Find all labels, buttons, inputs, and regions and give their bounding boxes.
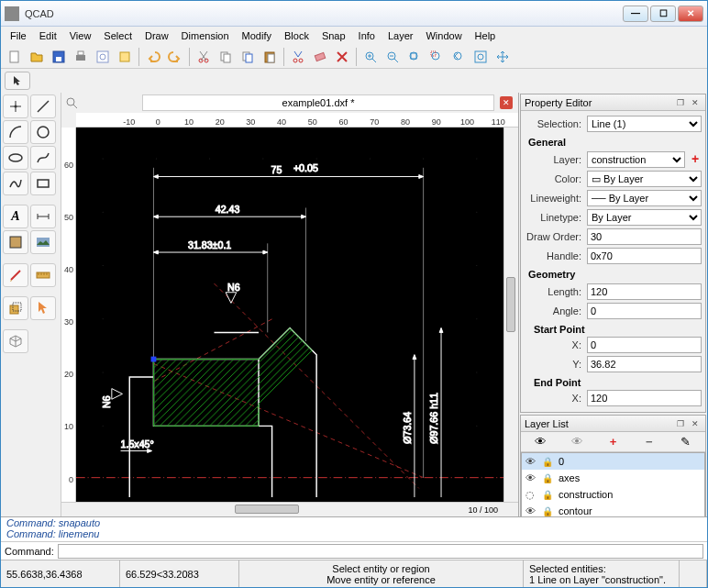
pan-icon[interactable] <box>492 47 513 67</box>
erase-icon[interactable] <box>310 47 330 67</box>
drawing-canvas[interactable]: 75+0.05 42.43 31.83±0.1 N6 N6 1.5x45° <box>76 128 503 502</box>
hatch-tool-icon[interactable] <box>3 230 28 254</box>
scrollbar-horizontal[interactable]: 10 / 100 <box>61 502 518 516</box>
tab-close-icon[interactable]: ✕ <box>500 96 513 109</box>
start-x-input[interactable] <box>587 337 702 353</box>
zoom-previous-icon[interactable] <box>448 47 469 67</box>
circle-tool-icon[interactable] <box>30 120 56 144</box>
document-tab[interactable]: example01.dxf * <box>142 94 494 111</box>
cut-ref-icon[interactable] <box>288 47 308 67</box>
open-file-icon[interactable] <box>27 47 47 67</box>
layer-item[interactable]: 👁🔒axes <box>522 470 704 486</box>
save-file-icon[interactable] <box>49 47 69 67</box>
paste-icon[interactable] <box>260 47 280 67</box>
lock-icon[interactable]: 🔒 <box>542 457 555 467</box>
pointer-tool-button[interactable] <box>5 72 30 90</box>
cut-icon[interactable] <box>194 47 214 67</box>
zoom-auto-icon[interactable] <box>404 47 425 67</box>
menu-help[interactable]: Help <box>470 28 502 43</box>
dimension-tool-icon[interactable] <box>30 205 56 228</box>
color-dropdown[interactable]: ▭ By Layer <box>587 171 702 187</box>
spline-tool-icon[interactable] <box>30 146 56 170</box>
visibility-icon[interactable]: ◌ <box>525 489 538 501</box>
panel-float-icon[interactable]: ❐ <box>674 417 687 430</box>
lineweight-dropdown[interactable]: ── By Layer <box>587 190 702 206</box>
delete-icon[interactable] <box>332 47 352 67</box>
svg-rect-11 <box>224 54 230 62</box>
menu-select[interactable]: Select <box>98 28 138 43</box>
handle-input[interactable] <box>587 248 702 264</box>
visibility-icon[interactable]: 👁 <box>525 456 538 467</box>
print-icon[interactable] <box>71 47 91 67</box>
layer-item[interactable]: ◌🔒construction <box>522 486 704 503</box>
copy-ref-icon[interactable] <box>238 47 258 67</box>
modify-tool-icon[interactable] <box>3 263 28 287</box>
line-tool-icon[interactable] <box>30 94 56 118</box>
layer-item[interactable]: 👁🔒contour <box>522 503 704 516</box>
block-tool-icon[interactable] <box>3 296 28 320</box>
visibility-icon[interactable]: 👁 <box>525 505 538 516</box>
menu-block[interactable]: Block <box>279 28 315 43</box>
measure-tool-icon[interactable] <box>30 263 56 287</box>
zoom-in-icon[interactable] <box>360 47 381 67</box>
isometric-tool-icon[interactable] <box>3 329 28 353</box>
maximize-button[interactable]: ☐ <box>650 6 676 22</box>
ellipse-tool-icon[interactable] <box>3 146 28 170</box>
edit-layer-icon[interactable]: ✎ <box>673 434 697 450</box>
remove-layer-button[interactable]: − <box>637 434 661 450</box>
menu-draw[interactable]: Draw <box>139 28 174 43</box>
polyline-tool-icon[interactable] <box>3 172 28 195</box>
linetype-dropdown[interactable]: By Layer <box>587 209 702 226</box>
redo-icon[interactable] <box>165 47 185 67</box>
lock-icon[interactable]: 🔒 <box>542 506 555 516</box>
angle-input[interactable] <box>587 303 702 319</box>
lock-icon[interactable]: 🔒 <box>542 490 555 500</box>
start-y-input[interactable] <box>587 356 702 372</box>
scrollbar-vertical[interactable] <box>503 128 518 502</box>
print-preview-icon[interactable] <box>93 47 113 67</box>
layer-item[interactable]: 👁🔒0 <box>522 453 704 470</box>
menu-dimension[interactable]: Dimension <box>176 28 235 43</box>
layer-dropdown[interactable]: construction <box>587 151 685 168</box>
menu-info[interactable]: Info <box>353 28 381 43</box>
add-layer-icon[interactable]: + <box>689 151 702 166</box>
menu-window[interactable]: Window <box>420 28 467 43</box>
text-tool-icon[interactable]: A <box>3 205 28 228</box>
close-button[interactable]: ✕ <box>678 6 703 22</box>
length-input[interactable] <box>587 283 702 300</box>
search-icon[interactable] <box>65 96 78 109</box>
hide-all-layers-icon[interactable]: 👁 <box>565 434 589 450</box>
zoom-window-icon[interactable] <box>470 47 491 67</box>
minimize-button[interactable]: — <box>623 6 648 22</box>
panel-close-icon[interactable]: ✕ <box>689 96 702 109</box>
menu-file[interactable]: File <box>5 28 32 43</box>
menu-layer[interactable]: Layer <box>382 28 419 43</box>
command-input[interactable] <box>58 544 703 559</box>
lock-icon[interactable]: 🔒 <box>542 473 555 483</box>
new-file-icon[interactable] <box>5 47 25 67</box>
copy-icon[interactable] <box>216 47 236 67</box>
layer-list[interactable]: 👁🔒0👁🔒axes◌🔒construction👁🔒contour👁🔒dim👁🔒h… <box>521 452 705 516</box>
draft-icon[interactable] <box>115 47 135 67</box>
zoom-out-icon[interactable] <box>382 47 403 67</box>
panel-float-icon[interactable]: ❐ <box>674 96 687 109</box>
selection-dropdown[interactable]: Line (1) <box>587 116 702 132</box>
end-x-input[interactable] <box>587 390 702 406</box>
draworder-input[interactable] <box>587 228 702 245</box>
zoom-selection-icon[interactable] <box>426 47 447 67</box>
select-tool-icon[interactable] <box>30 296 56 320</box>
undo-icon[interactable] <box>143 47 163 67</box>
svg-text:Ø97.66 h11: Ø97.66 h11 <box>428 393 439 444</box>
point-tool-icon[interactable] <box>3 94 28 118</box>
menu-snap[interactable]: Snap <box>316 28 351 43</box>
show-all-layers-icon[interactable]: 👁 <box>529 434 553 450</box>
menu-modify[interactable]: Modify <box>237 28 277 43</box>
panel-close-icon[interactable]: ✕ <box>689 417 702 430</box>
image-tool-icon[interactable] <box>30 230 56 254</box>
rectangle-tool-icon[interactable] <box>30 172 56 195</box>
add-layer-button[interactable]: + <box>601 434 625 450</box>
visibility-icon[interactable]: 👁 <box>525 472 538 483</box>
arc-tool-icon[interactable] <box>3 120 28 144</box>
menu-edit[interactable]: Edit <box>34 28 62 43</box>
menu-view[interactable]: View <box>64 28 97 43</box>
